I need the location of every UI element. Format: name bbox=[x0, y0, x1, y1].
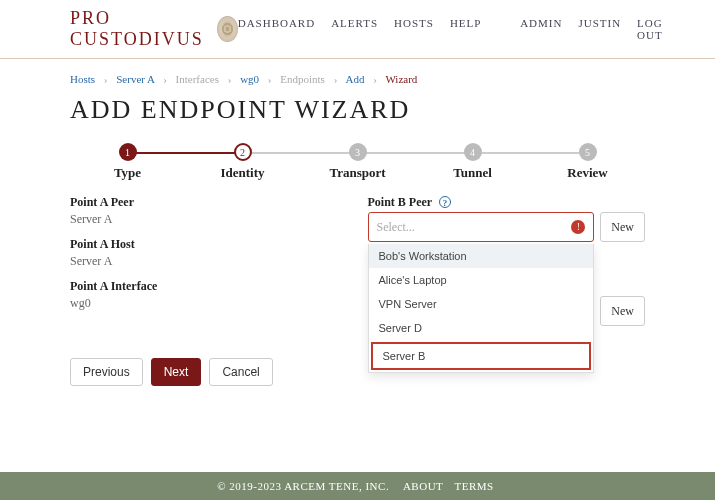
nav-separator bbox=[497, 17, 504, 41]
main-container: Hosts › Server A › Interfaces › wg0 › En… bbox=[0, 59, 715, 426]
nav-admin[interactable]: ADMIN bbox=[520, 17, 562, 41]
crumb-interfaces: Interfaces bbox=[176, 73, 219, 85]
col-point-a: Point A Peer Server A Point A Host Serve… bbox=[70, 195, 348, 336]
value-point-a-peer: Server A bbox=[70, 212, 348, 227]
step-label: Review bbox=[530, 165, 645, 181]
dropdown-option-bob[interactable]: Bob's Workstation bbox=[369, 244, 594, 268]
step-label: Tunnel bbox=[415, 165, 530, 181]
help-icon[interactable]: ? bbox=[439, 196, 451, 208]
topbar: PRO CUSTODIVUS DASHBOARD ALERTS HOSTS HE… bbox=[0, 0, 715, 59]
col-point-b: Point B Peer ? Select... ! Bob's Worksta… bbox=[368, 195, 646, 336]
breadcrumb: Hosts › Server A › Interfaces › wg0 › En… bbox=[70, 67, 645, 95]
nav-hosts[interactable]: HOSTS bbox=[394, 17, 434, 41]
label-point-b-peer: Point B Peer ? bbox=[368, 195, 646, 210]
step-review[interactable]: 5 Review bbox=[530, 143, 645, 181]
previous-button[interactable]: Previous bbox=[70, 358, 143, 386]
top-nav: DASHBOARD ALERTS HOSTS HELP ADMIN JUSTIN… bbox=[238, 17, 668, 41]
dropdown-option-server-d[interactable]: Server D bbox=[369, 316, 594, 340]
new-host-button[interactable]: New bbox=[600, 296, 645, 326]
step-number: 2 bbox=[234, 143, 252, 161]
field-point-a-peer: Point A Peer Server A bbox=[70, 195, 348, 227]
new-peer-button[interactable]: New bbox=[600, 212, 645, 242]
cancel-button[interactable]: Cancel bbox=[209, 358, 272, 386]
crumb-endpoints: Endpoints bbox=[280, 73, 325, 85]
step-number: 3 bbox=[349, 143, 367, 161]
value-point-a-interface: wg0 bbox=[70, 296, 348, 311]
form-columns: Point A Peer Server A Point A Host Serve… bbox=[70, 195, 645, 336]
point-b-peer-select-wrap: Select... ! Bob's Workstation Alice's La… bbox=[368, 212, 595, 242]
field-point-b-peer: Point B Peer ? Select... ! Bob's Worksta… bbox=[368, 195, 646, 242]
step-identity[interactable]: 2 Identity bbox=[185, 143, 300, 181]
crumb-wg0[interactable]: wg0 bbox=[240, 73, 259, 85]
step-label: Identity bbox=[185, 165, 300, 181]
select-placeholder: Select... bbox=[377, 220, 415, 235]
step-label: Type bbox=[70, 165, 185, 181]
step-number: 5 bbox=[579, 143, 597, 161]
point-b-peer-row: Select... ! Bob's Workstation Alice's La… bbox=[368, 212, 646, 242]
error-icon: ! bbox=[571, 220, 585, 234]
point-b-peer-select[interactable]: Select... ! bbox=[368, 212, 595, 242]
brand-text: PRO CUSTODIVUS bbox=[70, 8, 209, 50]
dropdown-option-server-b[interactable]: Server B bbox=[371, 342, 592, 370]
nav-dashboard[interactable]: DASHBOARD bbox=[238, 17, 315, 41]
next-button[interactable]: Next bbox=[151, 358, 202, 386]
field-point-a-interface: Point A Interface wg0 bbox=[70, 279, 348, 311]
nav-alerts[interactable]: ALERTS bbox=[331, 17, 378, 41]
brand-logo-icon bbox=[217, 16, 237, 42]
field-point-a-host: Point A Host Server A bbox=[70, 237, 348, 269]
label-point-b-peer-text: Point B Peer bbox=[368, 195, 432, 209]
page-title: ADD ENDPOINT WIZARD bbox=[70, 95, 645, 135]
point-b-peer-dropdown: Bob's Workstation Alice's Laptop VPN Ser… bbox=[368, 244, 595, 373]
dropdown-option-vpn[interactable]: VPN Server bbox=[369, 292, 594, 316]
dropdown-option-alice[interactable]: Alice's Laptop bbox=[369, 268, 594, 292]
step-label: Transport bbox=[300, 165, 415, 181]
label-point-a-peer: Point A Peer bbox=[70, 195, 348, 210]
nav-logout[interactable]: LOG OUT bbox=[637, 17, 668, 41]
crumb-add[interactable]: Add bbox=[345, 73, 364, 85]
step-transport[interactable]: 3 Transport bbox=[300, 143, 415, 181]
step-tunnel[interactable]: 4 Tunnel bbox=[415, 143, 530, 181]
nav-user[interactable]: JUSTIN bbox=[578, 17, 621, 41]
brand[interactable]: PRO CUSTODIVUS bbox=[70, 8, 238, 50]
nav-help[interactable]: HELP bbox=[450, 17, 482, 41]
crumb-wizard: Wizard bbox=[385, 73, 417, 85]
step-number: 4 bbox=[464, 143, 482, 161]
crumb-hosts[interactable]: Hosts bbox=[70, 73, 95, 85]
label-point-a-host: Point A Host bbox=[70, 237, 348, 252]
step-number: 1 bbox=[119, 143, 137, 161]
step-type[interactable]: 1 Type bbox=[70, 143, 185, 181]
wizard-steps: 1 Type 2 Identity 3 Transport 4 Tunnel 5… bbox=[70, 143, 645, 181]
value-point-a-host: Server A bbox=[70, 254, 348, 269]
label-point-a-interface: Point A Interface bbox=[70, 279, 348, 294]
crumb-server-a[interactable]: Server A bbox=[116, 73, 154, 85]
